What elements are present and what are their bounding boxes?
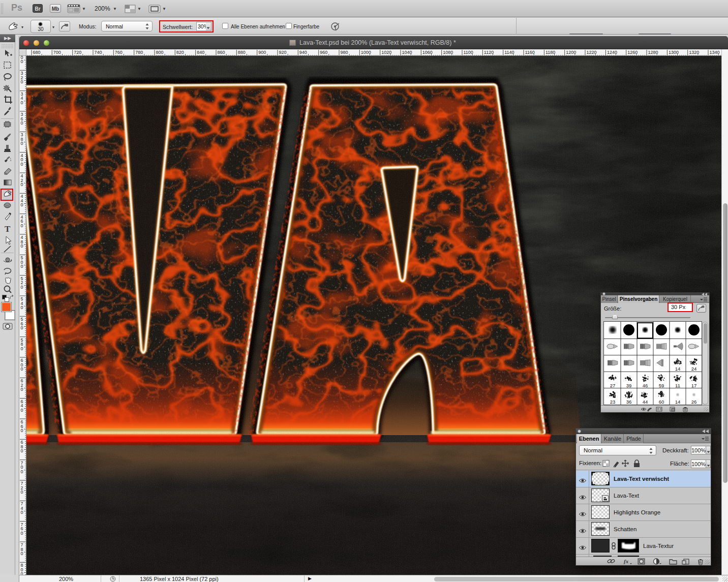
svg-text:1280: 1280 bbox=[648, 50, 658, 55]
svg-text:920: 920 bbox=[279, 50, 287, 55]
svg-text:1120: 1120 bbox=[484, 50, 494, 55]
svg-text:17: 17 bbox=[691, 383, 697, 388]
svg-text:860: 860 bbox=[218, 50, 225, 55]
svg-text:59: 59 bbox=[659, 383, 664, 388]
svg-text:14: 14 bbox=[675, 366, 681, 372]
svg-text:0: 0 bbox=[21, 285, 23, 290]
svg-text:14: 14 bbox=[675, 399, 681, 405]
svg-text:1220: 1220 bbox=[587, 50, 597, 55]
svg-text:720: 720 bbox=[74, 50, 81, 55]
svg-text:0: 0 bbox=[21, 202, 23, 207]
svg-text:1300: 1300 bbox=[669, 50, 679, 55]
svg-text:1340: 1340 bbox=[710, 50, 720, 55]
svg-text:900: 900 bbox=[258, 50, 266, 55]
svg-text:0: 0 bbox=[21, 243, 23, 249]
svg-text:11: 11 bbox=[675, 383, 680, 388]
svg-text:0: 0 bbox=[21, 428, 23, 433]
svg-text:1240: 1240 bbox=[607, 50, 617, 55]
svg-text:820: 820 bbox=[176, 50, 184, 55]
svg-text:700: 700 bbox=[53, 50, 61, 55]
svg-text:760: 760 bbox=[115, 50, 123, 55]
svg-text:0: 0 bbox=[21, 59, 23, 64]
svg-text:960: 960 bbox=[320, 50, 327, 55]
svg-text:27: 27 bbox=[610, 383, 616, 388]
svg-text:24: 24 bbox=[691, 366, 697, 372]
svg-text:0: 0 bbox=[21, 120, 23, 126]
svg-text:0: 0 bbox=[21, 223, 23, 228]
svg-text:0: 0 bbox=[21, 469, 23, 474]
svg-text:0: 0 bbox=[21, 510, 23, 515]
svg-text:0: 0 bbox=[21, 551, 23, 556]
svg-text:1140: 1140 bbox=[504, 50, 514, 55]
svg-text:39: 39 bbox=[626, 383, 632, 388]
svg-text:740: 740 bbox=[95, 50, 102, 55]
svg-text:680: 680 bbox=[33, 50, 41, 55]
svg-text:1060: 1060 bbox=[422, 50, 433, 55]
svg-text:1000: 1000 bbox=[361, 50, 371, 55]
svg-text:1160: 1160 bbox=[525, 50, 535, 55]
svg-text:0: 0 bbox=[21, 182, 23, 187]
svg-text:T: T bbox=[5, 224, 11, 234]
svg-text:0: 0 bbox=[21, 325, 23, 330]
svg-text:0: 0 bbox=[21, 100, 23, 105]
svg-text:800: 800 bbox=[156, 50, 164, 55]
svg-text:0: 0 bbox=[21, 387, 23, 392]
svg-text:44: 44 bbox=[643, 399, 648, 405]
svg-text:0: 0 bbox=[21, 531, 23, 536]
svg-text:1260: 1260 bbox=[627, 50, 638, 55]
svg-text:0: 0 bbox=[21, 448, 23, 453]
svg-text:46: 46 bbox=[643, 383, 648, 388]
svg-text:23: 23 bbox=[610, 399, 616, 405]
svg-text:0: 0 bbox=[21, 162, 23, 167]
svg-text:26: 26 bbox=[691, 399, 697, 405]
svg-text:880: 880 bbox=[238, 50, 246, 55]
svg-text:60: 60 bbox=[659, 399, 664, 405]
svg-text:1320: 1320 bbox=[689, 50, 699, 55]
svg-text:fx: fx bbox=[624, 558, 629, 564]
svg-text:0: 0 bbox=[21, 408, 23, 413]
svg-text:1180: 1180 bbox=[545, 50, 555, 55]
svg-text:1100: 1100 bbox=[464, 50, 473, 55]
svg-text:36: 36 bbox=[626, 399, 632, 405]
svg-text:1040: 1040 bbox=[402, 50, 412, 55]
svg-text:0: 0 bbox=[21, 79, 23, 84]
svg-text:0: 0 bbox=[21, 571, 23, 575]
svg-text:980: 980 bbox=[341, 50, 348, 55]
svg-text:940: 940 bbox=[299, 50, 307, 55]
svg-text:0: 0 bbox=[21, 305, 23, 310]
svg-text:1020: 1020 bbox=[381, 50, 391, 55]
svg-text:0: 0 bbox=[21, 346, 23, 351]
svg-text:0: 0 bbox=[21, 141, 23, 146]
svg-text:0: 0 bbox=[21, 264, 23, 269]
svg-text:0: 0 bbox=[21, 489, 23, 495]
svg-text:1080: 1080 bbox=[443, 50, 453, 55]
svg-text:1200: 1200 bbox=[566, 50, 576, 55]
svg-text:840: 840 bbox=[197, 50, 204, 55]
svg-text:780: 780 bbox=[135, 50, 143, 55]
svg-text:0: 0 bbox=[21, 366, 23, 372]
